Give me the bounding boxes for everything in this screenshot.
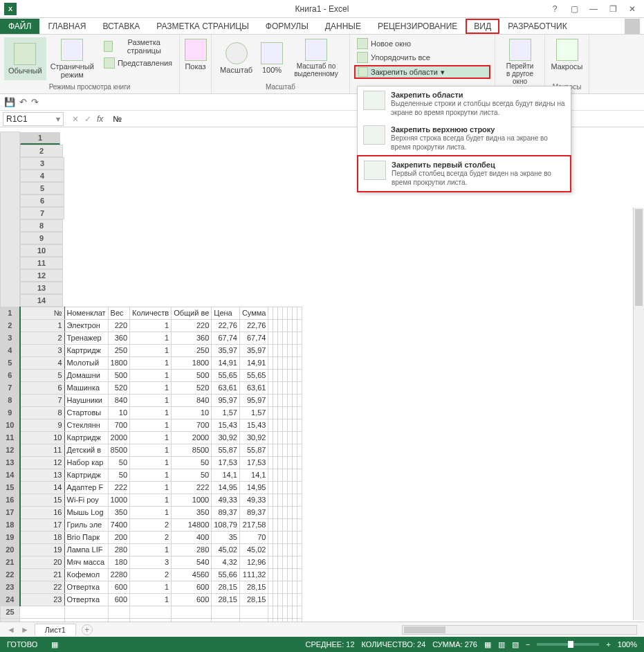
cell[interactable]: 4,32 xyxy=(212,556,240,568)
freeze-panes-button[interactable]: Закрепить области ▾ xyxy=(354,65,490,79)
zoom-out-button[interactable]: − xyxy=(526,640,530,649)
cell[interactable]: 1000 xyxy=(108,493,129,506)
cell[interactable] xyxy=(297,593,302,606)
row-header[interactable]: 15 xyxy=(1,481,20,493)
cell[interactable] xyxy=(278,593,283,606)
cell[interactable]: 1 xyxy=(130,394,172,406)
cell[interactable]: 180 xyxy=(108,556,129,568)
cell[interactable]: 50 xyxy=(108,469,129,481)
cell[interactable] xyxy=(297,381,302,394)
cell[interactable] xyxy=(278,394,283,406)
row-header[interactable]: 16 xyxy=(1,493,20,506)
cell[interactable] xyxy=(273,444,278,456)
cell[interactable]: 1 xyxy=(130,319,172,332)
cell[interactable]: 1 xyxy=(130,369,172,381)
cell[interactable] xyxy=(268,556,273,568)
cell[interactable] xyxy=(293,543,297,556)
row-header[interactable]: 25 xyxy=(1,606,20,618)
cell[interactable] xyxy=(278,444,283,456)
cell[interactable] xyxy=(297,369,302,381)
cell[interactable]: 55,65 xyxy=(212,369,240,381)
cell[interactable] xyxy=(283,568,288,581)
cell[interactable]: Мяч масса xyxy=(64,556,108,568)
cell[interactable] xyxy=(283,356,288,369)
cell[interactable]: 95,97 xyxy=(239,394,268,406)
cell[interactable]: Набор кар xyxy=(64,456,108,469)
cell[interactable]: 350 xyxy=(108,506,129,518)
cell[interactable] xyxy=(278,531,283,543)
cell[interactable] xyxy=(283,319,288,332)
cell[interactable] xyxy=(278,568,283,581)
cell[interactable]: Количеств xyxy=(130,307,172,319)
cell[interactable]: 3 xyxy=(20,344,65,356)
tab-file[interactable]: ФАЙЛ xyxy=(0,19,39,34)
row-header[interactable]: 8 xyxy=(1,394,20,406)
cell[interactable] xyxy=(283,606,288,618)
close-button[interactable]: ✕ xyxy=(623,2,641,16)
row-header[interactable]: 21 xyxy=(1,556,20,568)
cell[interactable] xyxy=(278,493,283,506)
cell[interactable]: 67,74 xyxy=(239,332,268,344)
cell[interactable] xyxy=(64,606,108,618)
sheet-tab[interactable]: Лист1 xyxy=(35,624,76,635)
cell[interactable]: 30,92 xyxy=(239,431,268,444)
tab-developer[interactable]: РАЗРАБОТЧИК xyxy=(499,19,576,34)
cell[interactable] xyxy=(297,518,302,531)
vertical-scrollbar[interactable] xyxy=(633,208,644,620)
row-header[interactable]: 11 xyxy=(1,431,20,444)
cell[interactable]: 3 xyxy=(130,556,172,568)
cell[interactable]: 2 xyxy=(130,518,172,531)
cell[interactable]: 95,97 xyxy=(212,394,240,406)
cell[interactable] xyxy=(273,356,278,369)
cell[interactable] xyxy=(288,332,293,344)
cell[interactable] xyxy=(268,531,273,543)
cell[interactable] xyxy=(288,344,293,356)
row-header[interactable]: 6 xyxy=(1,369,20,381)
cell[interactable] xyxy=(278,543,283,556)
cell[interactable] xyxy=(273,319,278,332)
cell[interactable] xyxy=(273,531,278,543)
cell[interactable]: Brio Парк xyxy=(64,531,108,543)
cell[interactable]: 13 xyxy=(20,469,65,481)
cell[interactable]: 1 xyxy=(130,481,172,493)
cell[interactable] xyxy=(283,481,288,493)
cell[interactable]: Тренажер xyxy=(64,332,108,344)
cell[interactable] xyxy=(273,394,278,406)
row-header[interactable]: 23 xyxy=(1,581,20,593)
cell[interactable]: 35,97 xyxy=(212,344,240,356)
cell[interactable]: 280 xyxy=(172,543,212,556)
cell[interactable] xyxy=(273,593,278,606)
cell[interactable] xyxy=(288,356,293,369)
column-header[interactable]: 8 xyxy=(20,219,63,232)
cell[interactable]: 22 xyxy=(20,581,65,593)
column-header[interactable]: 14 xyxy=(20,294,63,307)
cell[interactable]: Гриль эле xyxy=(64,518,108,531)
cell[interactable] xyxy=(268,344,273,356)
freeze-first-column-option[interactable]: Закрепить первый столбецПервый столбец в… xyxy=(357,155,571,192)
cell[interactable]: 108,79 xyxy=(212,518,240,531)
cell[interactable] xyxy=(288,518,293,531)
cell[interactable] xyxy=(293,606,297,618)
user-avatar[interactable] xyxy=(625,19,640,34)
row-header[interactable]: 22 xyxy=(1,568,20,581)
cell[interactable] xyxy=(293,307,297,319)
cell[interactable] xyxy=(273,568,278,581)
cell[interactable]: 1 xyxy=(130,381,172,394)
cell[interactable]: 2280 xyxy=(108,568,129,581)
cell[interactable] xyxy=(172,606,212,618)
cell[interactable]: 55,87 xyxy=(212,444,240,456)
cell[interactable]: 1,57 xyxy=(239,406,268,419)
cell[interactable] xyxy=(283,444,288,456)
cell[interactable] xyxy=(283,307,288,319)
cell[interactable] xyxy=(273,518,278,531)
freeze-top-row-option[interactable]: Закрепить верхнюю строкуВерхняя строка в… xyxy=(358,121,571,156)
cell[interactable]: 50 xyxy=(172,456,212,469)
cell[interactable] xyxy=(268,356,273,369)
cell[interactable] xyxy=(278,356,283,369)
cell[interactable] xyxy=(278,332,283,344)
cell[interactable] xyxy=(278,456,283,469)
cell[interactable]: Отвертка xyxy=(64,593,108,606)
cell[interactable]: Стеклянн xyxy=(64,419,108,431)
cell[interactable] xyxy=(293,419,297,431)
zoom-in-button[interactable]: + xyxy=(606,640,610,649)
